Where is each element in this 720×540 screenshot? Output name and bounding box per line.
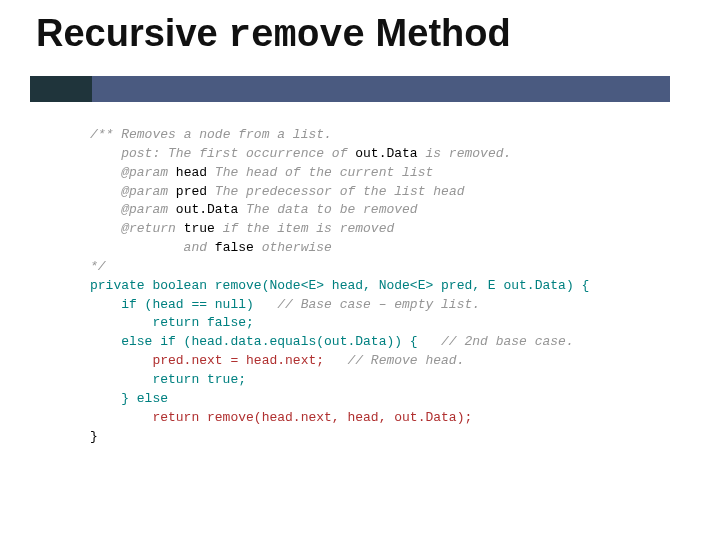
code-l07a: and (90, 240, 215, 255)
code-l10b: // Base case – empty list. (277, 297, 480, 312)
code-l01a: /** (90, 127, 121, 142)
title-part1: Recursive (36, 12, 228, 54)
code-l01b: Removes a node from a list. (121, 127, 332, 142)
slide-title: Recursive remove Method (36, 12, 511, 57)
code-l16: return remove(head.next, head, out.Data)… (90, 410, 472, 425)
code-l13a: pred.next = head.next; (90, 353, 347, 368)
code-l02b: out.Data (355, 146, 425, 161)
title-mono: remove (228, 14, 365, 57)
code-l12a: else if (head.data.equals(out.Data)) { (90, 334, 441, 349)
code-l14: return true; (90, 372, 246, 387)
code-l15: } else (90, 391, 168, 406)
code-l07c: otherwise (262, 240, 332, 255)
code-l05a: @param (90, 202, 176, 217)
code-l05c: The data to be removed (246, 202, 418, 217)
code-l03b: head (176, 165, 215, 180)
code-l08: */ (90, 259, 106, 274)
title-rule-main (92, 76, 670, 102)
code-l04c: The predecessor of the list head (215, 184, 465, 199)
code-l12b: // 2nd base case. (441, 334, 574, 349)
title-rule (30, 76, 670, 102)
title-part2: Method (365, 12, 511, 54)
code-l13b: // Remove head. (347, 353, 464, 368)
code-l06a: @return (90, 221, 184, 236)
code-block: /** Removes a node from a list. post: Th… (90, 126, 589, 446)
code-l03c: The head of the current list (215, 165, 433, 180)
code-l02a: post: The first occurrence of (90, 146, 355, 161)
code-l04a: @param (90, 184, 176, 199)
code-l02c: is removed. (425, 146, 511, 161)
code-l03a: @param (90, 165, 176, 180)
code-l06b: true (184, 221, 223, 236)
slide: Recursive remove Method /** Removes a no… (0, 0, 720, 540)
code-l17: } (90, 429, 98, 444)
code-l09: private boolean remove(Node<E> head, Nod… (90, 278, 589, 293)
code-l11: return false; (90, 315, 254, 330)
code-l07b: false (215, 240, 262, 255)
code-l10a: if (head == null) (90, 297, 277, 312)
code-l04b: pred (176, 184, 215, 199)
title-rule-accent (30, 76, 92, 102)
code-l06c: if the item is removed (223, 221, 395, 236)
code-l05b: out.Data (176, 202, 246, 217)
